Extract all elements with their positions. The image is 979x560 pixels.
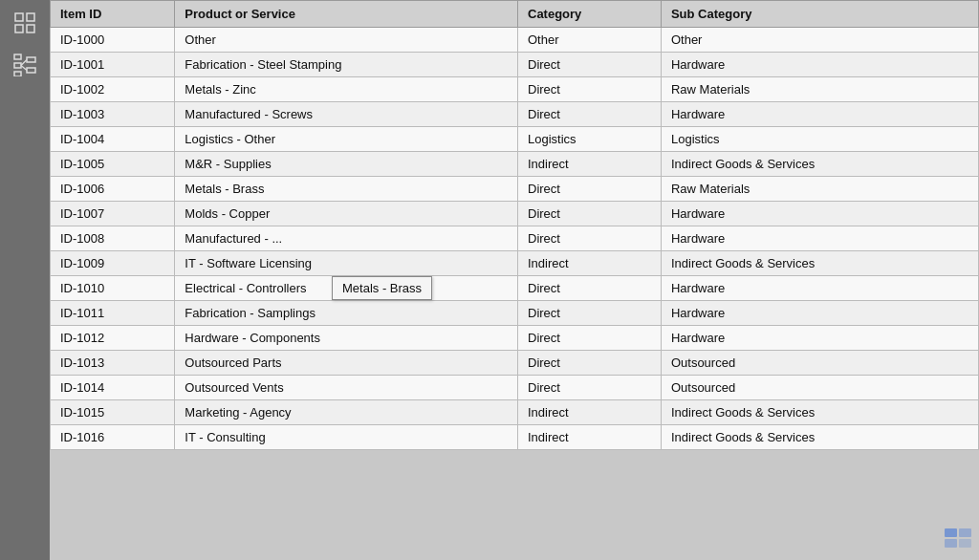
svg-rect-7	[27, 57, 35, 62]
svg-line-10	[21, 66, 27, 71]
svg-rect-6	[14, 72, 21, 76]
cell-3: Indirect Goods & Services	[661, 425, 978, 450]
cell-1: Outsourced Vents	[175, 376, 518, 400]
cell-0: ID-1010	[51, 276, 175, 301]
cell-2: Direct	[518, 77, 662, 102]
cell-1: Metals - Brass	[175, 177, 518, 202]
cell-0: ID-1009	[51, 251, 175, 276]
cell-3: Hardware	[661, 102, 978, 127]
table-row[interactable]: ID-1003Manufactured - ScrewsDirectHardwa…	[51, 102, 979, 127]
cell-2: Direct	[518, 326, 662, 351]
cell-3: Hardware	[661, 301, 978, 326]
cell-3: Raw Materials	[661, 77, 978, 102]
cell-3: Indirect Goods & Services	[661, 152, 978, 177]
table-row[interactable]: ID-1011Fabrication - SamplingsDirectHard…	[51, 301, 979, 326]
cell-1: Marketing - Agency	[175, 400, 518, 425]
cell-2: Direct	[518, 351, 662, 376]
sidebar	[0, 0, 50, 560]
cell-3: Hardware	[661, 226, 978, 251]
cell-3: Logistics	[661, 127, 978, 152]
cell-1: M&R - Supplies	[175, 152, 518, 177]
cell-0: ID-1016	[51, 425, 175, 450]
cell-2: Indirect	[518, 400, 662, 425]
cell-0: ID-1003	[51, 102, 175, 127]
svg-rect-5	[14, 63, 21, 68]
cell-3: Indirect Goods & Services	[661, 400, 978, 425]
cell-1: Metals - Zinc	[175, 77, 518, 102]
table-row[interactable]: ID-1000OtherOtherOther	[51, 28, 979, 53]
bottom-right-icon	[945, 528, 971, 552]
cell-0: ID-1013	[51, 351, 175, 376]
cell-3: Hardware	[661, 53, 978, 77]
table-container: Item ID Product or Service Category Sub …	[50, 0, 979, 560]
cell-3: Outsourced	[661, 376, 978, 400]
svg-rect-4	[14, 54, 21, 59]
cell-0: ID-1007	[51, 202, 175, 226]
table-row[interactable]: ID-1016IT - ConsultingIndirectIndirect G…	[51, 425, 979, 450]
cell-3: Hardware	[661, 276, 978, 301]
svg-rect-11	[945, 528, 957, 537]
col-product: Product or Service	[175, 1, 518, 28]
main-content: Item ID Product or Service Category Sub …	[50, 0, 979, 560]
table-row[interactable]: ID-1015Marketing - AgencyIndirectIndirec…	[51, 400, 979, 425]
grid-icon[interactable]	[10, 8, 40, 38]
cell-3: Hardware	[661, 326, 978, 351]
table-row[interactable]: ID-1002Metals - ZincDirectRaw Materials	[51, 77, 979, 102]
svg-rect-1	[27, 13, 34, 21]
cell-3: Indirect Goods & Services	[661, 251, 978, 276]
cell-3: Outsourced	[661, 351, 978, 376]
table-row[interactable]: ID-1005M&R - SuppliesIndirectIndirect Go…	[51, 152, 979, 177]
table-row[interactable]: ID-1013Outsourced PartsDirectOutsourced	[51, 351, 979, 376]
cell-3: Hardware	[661, 202, 978, 226]
cell-3: Raw Materials	[661, 177, 978, 202]
col-subcategory: Sub Category	[661, 1, 978, 28]
svg-rect-8	[27, 68, 35, 73]
cell-2: Direct	[518, 376, 662, 400]
table-row[interactable]: ID-1006Metals - BrassDirectRaw Materials	[51, 177, 979, 202]
hierarchy-icon[interactable]	[10, 50, 40, 80]
cell-2: Logistics	[518, 127, 662, 152]
table-row[interactable]: ID-1010Electrical - ControllersDirectHar…	[51, 276, 979, 301]
cell-2: Indirect	[518, 251, 662, 276]
cell-1: Outsourced Parts	[175, 351, 518, 376]
cell-2: Direct	[518, 202, 662, 226]
cell-0: ID-1015	[51, 400, 175, 425]
cell-1: Hardware - Components	[175, 326, 518, 351]
svg-line-9	[21, 60, 27, 66]
cell-1: Logistics - Other	[175, 127, 518, 152]
cell-1: Other	[175, 28, 518, 53]
svg-rect-0	[15, 13, 23, 21]
cell-0: ID-1004	[51, 127, 175, 152]
cell-1: Fabrication - Samplings	[175, 301, 518, 326]
cell-2: Direct	[518, 53, 662, 77]
table-row[interactable]: ID-1014Outsourced VentsDirectOutsourced	[51, 376, 979, 400]
svg-rect-14	[959, 539, 971, 548]
cell-0: ID-1008	[51, 226, 175, 251]
table-row[interactable]: ID-1004Logistics - OtherLogisticsLogisti…	[51, 127, 979, 152]
cell-2: Other	[518, 28, 662, 53]
cell-2: Direct	[518, 177, 662, 202]
cell-3: Other	[661, 28, 978, 53]
cell-1: Fabrication - Steel Stamping	[175, 53, 518, 77]
col-item-id: Item ID	[51, 1, 175, 28]
svg-rect-3	[27, 25, 34, 32]
cell-0: ID-1012	[51, 326, 175, 351]
cell-1: IT - Software Licensing	[175, 251, 518, 276]
table-row[interactable]: ID-1009IT - Software LicensingIndirectIn…	[51, 251, 979, 276]
table-header-row: Item ID Product or Service Category Sub …	[51, 1, 979, 28]
cell-1: IT - Consulting	[175, 425, 518, 450]
cell-1: Molds - Copper	[175, 202, 518, 226]
cell-0: ID-1011	[51, 301, 175, 326]
cell-2: Indirect	[518, 152, 662, 177]
cell-2: Direct	[518, 102, 662, 127]
table-row[interactable]: ID-1007Molds - CopperDirectHardware	[51, 202, 979, 226]
cell-0: ID-1014	[51, 376, 175, 400]
cell-2: Direct	[518, 226, 662, 251]
cell-0: ID-1001	[51, 53, 175, 77]
cell-0: ID-1006	[51, 177, 175, 202]
cell-0: ID-1005	[51, 152, 175, 177]
col-category: Category	[518, 1, 662, 28]
table-row[interactable]: ID-1008Manufactured - ...DirectHardware	[51, 226, 979, 251]
table-row[interactable]: ID-1012Hardware - ComponentsDirectHardwa…	[51, 326, 979, 351]
table-row[interactable]: ID-1001Fabrication - Steel StampingDirec…	[51, 53, 979, 77]
